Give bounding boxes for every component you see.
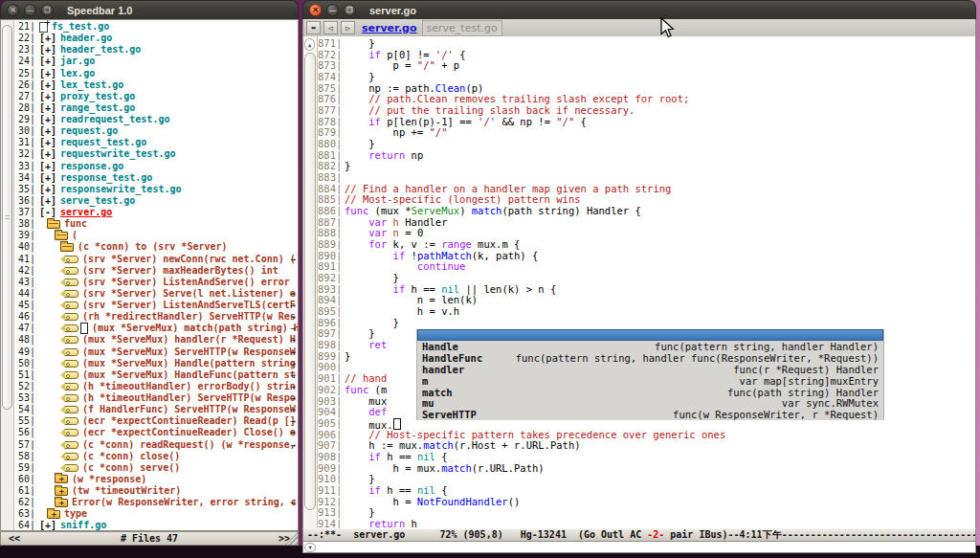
tree-tag-item[interactable]: 41|(srv *Server) newConn(rwc net.Conn) (… bbox=[14, 254, 298, 265]
tree-item-label[interactable]: server.go bbox=[60, 207, 112, 218]
expand-toggle-icon[interactable]: [+] bbox=[39, 102, 56, 114]
tree-tag-item[interactable]: 59|(c *conn) serve() bbox=[14, 462, 298, 474]
closed-folder-icon[interactable] bbox=[55, 487, 68, 496]
tree-tag-item[interactable]: 54|(f HandlerFunc) ServeHTTP(w ResponseW… bbox=[14, 404, 298, 415]
tree-item-label[interactable]: (srv *Server) ListenAndServeTLS(certF bbox=[82, 300, 296, 311]
tree-item-label[interactable]: (srv *Server) newConn(rwc net.Conn) ( bbox=[82, 254, 296, 265]
tree-item-label[interactable]: (ecr *expectContinueReader) Close() e bbox=[82, 427, 296, 438]
expand-toggle-icon[interactable]: [-] bbox=[39, 207, 56, 218]
tree-file-item[interactable]: 35|[+]responsewrite_test.go bbox=[14, 184, 298, 195]
close-icon[interactable] bbox=[7, 4, 19, 16]
tree-item-label[interactable]: sniff.go bbox=[60, 520, 106, 530]
scrollbar-up-icon[interactable]: ▲ bbox=[304, 38, 315, 51]
close-icon[interactable] bbox=[309, 4, 322, 16]
speedbar-scrollbar-thumb[interactable] bbox=[2, 25, 12, 410]
open-folder-icon[interactable] bbox=[60, 243, 74, 252]
tag-icon[interactable] bbox=[64, 324, 78, 332]
tree-file-item[interactable]: 29|[+]readrequest_test.go bbox=[14, 114, 298, 125]
expand-toggle-icon[interactable]: [+] bbox=[39, 125, 56, 137]
tree-item-label[interactable]: request_test.go bbox=[60, 137, 146, 148]
tree-tag-item[interactable]: 47|(mux *ServeMux) match(path string) Ha… bbox=[14, 323, 298, 334]
tree-tag-item[interactable]: 62|Error(w ResponseWriter, error string,… bbox=[14, 497, 298, 508]
tree-tag-item[interactable]: 60|(w *response) bbox=[14, 474, 298, 485]
tree-file-item[interactable]: 27|[+]proxy_test.go bbox=[14, 91, 298, 102]
expand-toggle-icon[interactable]: [+] bbox=[39, 172, 56, 184]
tree-file-item[interactable]: 30|[+]request.go bbox=[14, 125, 298, 137]
tree-item-label[interactable]: lex_test.go bbox=[60, 79, 123, 91]
tag-icon[interactable] bbox=[64, 383, 78, 391]
tag-icon[interactable] bbox=[64, 417, 78, 425]
tag-icon[interactable] bbox=[64, 290, 78, 298]
tag-icon[interactable] bbox=[64, 336, 78, 344]
tree-tag-item[interactable]: 52|(h *timeoutHandler) errorBody() strin… bbox=[14, 381, 298, 392]
tree-tag-item[interactable]: 63|type bbox=[14, 508, 298, 520]
tree-tag-item[interactable]: 49|(mux *ServeMux) ServeHTTP(w ResponseW… bbox=[14, 346, 298, 358]
tree-file-item[interactable]: 37|[-]server.go bbox=[14, 207, 298, 218]
tree-item-label[interactable]: lex.go bbox=[60, 68, 95, 79]
expand-toggle-icon[interactable]: [+] bbox=[39, 148, 56, 160]
tree-file-item[interactable]: 32|[+]requestwrite_test.go bbox=[14, 148, 298, 160]
tree-tag-item[interactable]: 50|(mux *ServeMux) Handle(pattern string… bbox=[14, 358, 298, 369]
tag-icon[interactable] bbox=[64, 441, 78, 449]
tree-file-item[interactable]: 21|fs_test.go bbox=[14, 21, 298, 33]
tree-file-item[interactable]: 31|[+]request_test.go bbox=[14, 137, 298, 148]
completion-item[interactable]: Handlefunc(pattern string, handler Handl… bbox=[417, 341, 883, 352]
closed-folder-icon[interactable] bbox=[55, 475, 68, 483]
tab-back-button[interactable] bbox=[323, 21, 338, 34]
completion-item[interactable]: HandleFuncfunc(pattern string, handler f… bbox=[417, 352, 883, 364]
expand-toggle-icon[interactable]: [+] bbox=[39, 56, 56, 67]
tree-item-label[interactable]: (mux *ServeMux) match(path string) Ha bbox=[92, 323, 298, 334]
tree-item-label[interactable]: (mux *ServeMux) handler(r *Request) H bbox=[82, 334, 296, 346]
tree-tag-item[interactable]: 48|(mux *ServeMux) handler(r *Request) H… bbox=[14, 334, 298, 346]
tree-tag-item[interactable]: 61|(tw *timeoutWriter) bbox=[14, 485, 298, 497]
tree-tag-item[interactable]: 42|(srv *Server) maxHeaderBytes() int bbox=[14, 265, 298, 277]
tree-item-label[interactable]: requestwrite_test.go bbox=[60, 148, 175, 160]
minimize-icon[interactable] bbox=[326, 4, 339, 16]
tree-file-item[interactable]: 64|[+]sniff.go bbox=[14, 520, 298, 530]
expand-toggle-icon[interactable]: [+] bbox=[39, 79, 56, 91]
expand-toggle-icon[interactable]: [+] bbox=[39, 184, 56, 195]
tree-file-item[interactable]: 26|[+]lex_test.go bbox=[14, 79, 298, 91]
expand-toggle-icon[interactable]: [+] bbox=[39, 44, 56, 56]
minimize-icon[interactable] bbox=[24, 4, 36, 16]
tree-item-label[interactable]: (f HandlerFunc) ServeHTTP(w ResponseW bbox=[82, 404, 296, 415]
expand-toggle-icon[interactable]: [+] bbox=[39, 520, 56, 530]
tag-icon[interactable] bbox=[64, 394, 78, 402]
completion-item[interactable]: handlerfunc(r *Request) Handler bbox=[417, 364, 883, 375]
tab-server.go[interactable]: server.go bbox=[358, 21, 421, 35]
editor-scrollbar[interactable]: ▲ bbox=[303, 36, 318, 528]
expand-toggle-icon[interactable]: [+] bbox=[39, 114, 56, 125]
tree-file-item[interactable]: 23|[+]header_test.go bbox=[14, 44, 298, 56]
tab-forward-button[interactable] bbox=[341, 21, 355, 34]
tree-file-item[interactable]: 22|[+]header.go bbox=[14, 33, 298, 44]
tree-file-item[interactable]: 34|[+]response_test.go bbox=[14, 172, 298, 184]
tree-item-label[interactable]: jar.go bbox=[60, 56, 95, 67]
tree-item-label[interactable]: fs_test.go bbox=[52, 21, 109, 33]
maximize-icon[interactable] bbox=[41, 4, 54, 16]
completion-item[interactable]: muvar sync.RWMutex bbox=[417, 397, 883, 409]
tree-item-label[interactable]: (ecr *expectContinueReader) Read(p [] bbox=[82, 415, 296, 427]
closed-folder-icon[interactable] bbox=[47, 510, 60, 519]
tree-tag-item[interactable]: 38|func bbox=[14, 218, 298, 230]
tag-icon[interactable] bbox=[64, 267, 78, 275]
speedbar-titlebar[interactable]: Speedbar 1.0 bbox=[0, 0, 299, 19]
expand-toggle-icon[interactable]: [+] bbox=[39, 161, 56, 172]
tree-item-label[interactable]: (srv *Server) ListenAndServe() error bbox=[82, 277, 290, 288]
tree-tag-item[interactable]: 58|(c *conn) close() bbox=[14, 451, 298, 462]
tree-item-label[interactable]: (c *conn) close() bbox=[82, 451, 180, 462]
tree-item-label[interactable]: (h *timeoutHandler) errorBody() strin bbox=[82, 381, 296, 392]
tree-item-label[interactable]: func bbox=[64, 218, 87, 230]
tag-icon[interactable] bbox=[64, 348, 78, 356]
tag-icon[interactable] bbox=[64, 360, 78, 368]
open-folder-icon[interactable] bbox=[55, 232, 68, 240]
tag-icon[interactable] bbox=[64, 406, 78, 413]
open-folder-icon[interactable] bbox=[47, 220, 60, 229]
tree-item-label[interactable]: ( bbox=[72, 230, 78, 241]
tree-tag-item[interactable]: 51|(mux *ServeMux) HandleFunc(pattern st… bbox=[14, 369, 298, 381]
scroll-left-button[interactable]: << bbox=[9, 533, 20, 544]
editor-scrollbar-thumb[interactable] bbox=[304, 53, 316, 510]
completion-item[interactable]: matchfunc(path string) Handler bbox=[417, 387, 883, 398]
tree-tag-item[interactable]: 53|(h *timeoutHandler) ServeHTTP(w Respo… bbox=[14, 392, 298, 404]
open-file-icon[interactable] bbox=[39, 22, 48, 33]
expand-toggle-icon[interactable]: [+] bbox=[39, 33, 56, 44]
